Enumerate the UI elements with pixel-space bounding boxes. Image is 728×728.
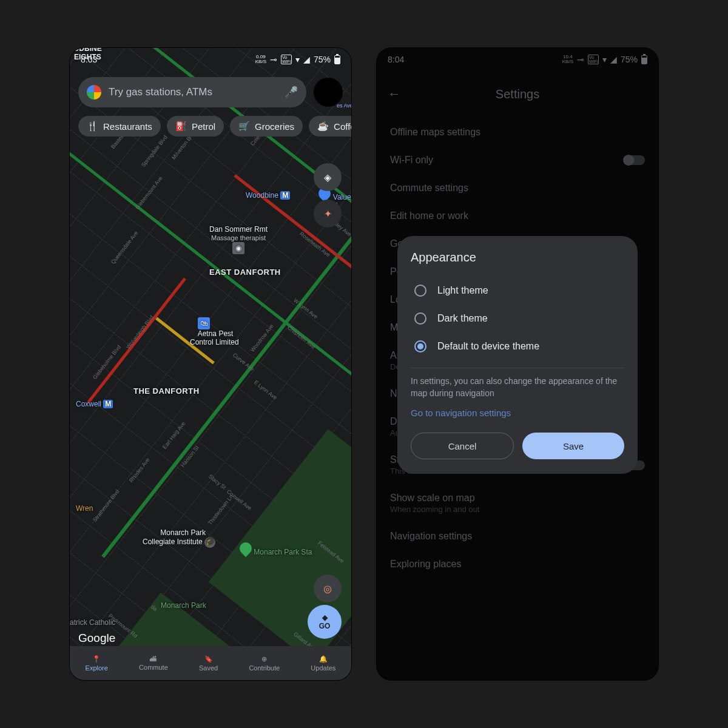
poi-woodbine[interactable]: Woodbine M xyxy=(246,191,290,200)
net-speed: 0.09KB/S xyxy=(255,55,266,64)
poi-coxwell[interactable]: Coxwell M xyxy=(76,400,113,408)
plus-icon: ⊕ xyxy=(261,655,267,663)
nav-commute[interactable]: 🏙Commute xyxy=(139,655,168,671)
chip-coffee[interactable]: ☕Coffee xyxy=(309,116,351,136)
status-time: 8:03 xyxy=(81,55,97,64)
fork-icon: 🍴 xyxy=(87,121,98,132)
search-input[interactable]: Try gas stations, ATMs 🎤 xyxy=(78,77,306,107)
cart-icon: 🛒 xyxy=(238,121,250,132)
pin-icon: 📍 xyxy=(92,655,101,663)
poi-dan-sommer[interactable]: Dan Sommer Rmt Massage therapist ◉ xyxy=(209,225,268,254)
poi-monarch-institute[interactable]: Monarch Park Collegiate Institute 🎓 xyxy=(143,520,215,556)
wifi-icon: ▾ xyxy=(295,55,300,64)
nav-explore[interactable]: 📍Explore xyxy=(86,655,108,672)
save-button[interactable]: Save xyxy=(522,433,624,459)
crosshair-icon: ◎ xyxy=(323,583,332,595)
battery-icon xyxy=(334,55,340,64)
google-logo-icon xyxy=(87,85,101,99)
nav-updates[interactable]: 🔔Updates xyxy=(311,655,335,672)
dialog-note: In settings, you can also change the app… xyxy=(411,376,624,399)
google-watermark: Google xyxy=(78,632,115,645)
chip-groceries[interactable]: 🛒Groceries xyxy=(230,116,303,136)
place-icon: ◉ xyxy=(232,242,244,254)
layers-icon: ◈ xyxy=(324,172,331,183)
theme-option[interactable]: Default to device theme xyxy=(411,332,624,360)
radio-icon xyxy=(414,312,426,325)
compass-icon: ✦ xyxy=(324,208,332,220)
theme-option[interactable]: Dark theme xyxy=(411,305,624,332)
dialog-title: Appearance xyxy=(411,251,624,265)
poi-monarch-park[interactable]: Monarch Park xyxy=(161,601,206,610)
coffee-icon: ☕ xyxy=(317,121,329,132)
theme-radio-group: Light themeDark themeDefault to device t… xyxy=(411,277,624,360)
layers-button[interactable]: ◈ xyxy=(314,163,342,191)
phone-right-settings: 8:04 10.4KB/S ⊸ VoWiFi ▾ ◢ 75% ← Setting… xyxy=(377,48,658,680)
shop-icon: 🛍 xyxy=(198,317,210,329)
search-bar: Try gas stations, ATMs 🎤 xyxy=(78,77,343,107)
status-bar: 8:03 0.09KB/S ⊸ VoWiFi ▾ ◢ 75% xyxy=(70,48,351,71)
pin-icon xyxy=(237,540,254,557)
nav-settings-link[interactable]: Go to navigation settings xyxy=(411,408,624,418)
appearance-dialog: Appearance Light themeDark themeDefault … xyxy=(397,236,638,474)
poi-wren[interactable]: Wren xyxy=(76,504,93,513)
poi-monarch-sta[interactable]: Monarch Park Sta xyxy=(240,542,312,556)
go-button[interactable]: ◆ GO xyxy=(308,605,342,639)
poi-patrick[interactable]: atrick Catholic xyxy=(70,618,115,627)
bottom-nav: 📍Explore 🏙Commute 🔖Saved ⊕Contribute 🔔Up… xyxy=(70,646,351,680)
key-icon: ⊸ xyxy=(270,55,277,64)
area-east-danforth: EAST DANFORTH xyxy=(209,268,281,277)
bookmark-icon: 🔖 xyxy=(204,655,213,663)
area-the-danforth: THE DANFORTH xyxy=(133,386,200,396)
divider xyxy=(411,368,624,368)
battery-pct: 75% xyxy=(314,55,331,64)
vowifi-icon: VoWiFi xyxy=(281,55,292,64)
category-chips: 🍴Restaurants ⛽Petrol 🛒Groceries ☕Coffee xyxy=(78,116,351,136)
poi-aetna[interactable]: 🛍 Aetna Pest Control Limited xyxy=(190,309,239,355)
directions-icon: ◆ xyxy=(322,613,328,622)
radio-icon xyxy=(414,340,426,352)
chip-petrol[interactable]: ⛽Petrol xyxy=(167,116,224,136)
compass-button[interactable]: ✦ xyxy=(314,200,342,228)
fuel-icon: ⛽ xyxy=(175,121,187,132)
bell-icon: 🔔 xyxy=(319,655,328,663)
signal-icon: ◢ xyxy=(303,55,310,64)
mic-icon[interactable]: 🎤 xyxy=(285,86,298,99)
locate-button[interactable]: ◎ xyxy=(314,575,342,602)
chip-restaurants[interactable]: 🍴Restaurants xyxy=(78,116,161,136)
nav-contribute[interactable]: ⊕Contribute xyxy=(249,655,280,672)
profile-avatar[interactable] xyxy=(314,78,343,107)
search-placeholder: Try gas stations, ATMs xyxy=(109,86,277,98)
radio-icon xyxy=(414,285,426,297)
go-label: GO xyxy=(319,622,331,630)
theme-option[interactable]: Light theme xyxy=(411,277,624,305)
phone-left-maps: Coleridge Ave Milverton Blvd Springdale … xyxy=(70,48,351,680)
cancel-button[interactable]: Cancel xyxy=(411,433,514,459)
nav-saved[interactable]: 🔖Saved xyxy=(199,655,218,672)
buildings-icon: 🏙 xyxy=(150,655,157,662)
